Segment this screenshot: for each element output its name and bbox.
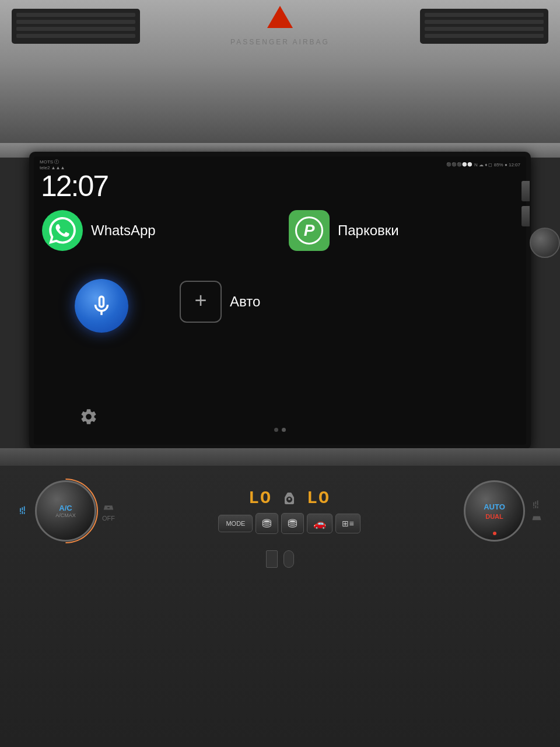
page-indicator [274,428,286,432]
airbag-label: PASSENGER AIRBAG [230,38,330,46]
clock-display: 12:07 [41,169,108,203]
fan-icon [282,491,296,505]
settings-button[interactable] [79,407,98,428]
side-button-top[interactable] [522,181,530,201]
voice-assistant-button[interactable] [75,279,128,333]
whatsapp-app-item[interactable]: WhatsApp [42,210,271,251]
parking-label: Парковки [338,222,399,239]
status-left-top: MOTS ⓕ [40,159,65,165]
ac-knob[interactable]: A/C A/CMAX [35,480,96,542]
temp-left-display: LO [249,488,272,508]
defrost-auto-button[interactable]: 🚗 [307,514,332,533]
usb-port[interactable] [266,550,278,568]
right-volume-knob[interactable] [530,228,560,258]
dual-label: DUAL [485,513,503,520]
parking-icon[interactable]: P [289,210,330,251]
seat-heat-right-icon [531,499,542,511]
parking-app-item[interactable]: P Парковки [289,210,518,251]
status-right: N ☁ ♦ ◻ 85% ● 12:07 [474,162,520,167]
auto-dual-knob[interactable]: AUTO DUAL [464,480,525,542]
off-label: OFF [102,515,115,522]
fan-lo-button[interactable]: ⛃ [256,513,278,534]
whatsapp-svg [49,217,76,244]
hvac-panel: A/C A/CMAX OFF LO [0,466,560,747]
add-auto-label: Авто [230,294,260,310]
plus-icon: + [194,290,206,311]
seat-heat-left-icon [18,505,29,516]
windshield-icon [102,501,115,514]
whatsapp-label: WhatsApp [91,222,156,239]
auto-label: AUTO [484,502,505,511]
microphone-icon [89,294,114,318]
side-button-mid[interactable] [522,206,530,226]
screen-bezel: MOTS ⓕ tele2 ▲▲▲ ⚫⚫⚫⚪⚪ N ☁ ♦ ◻ 85% ● 12:… [29,152,531,449]
whatsapp-icon[interactable] [42,210,83,251]
fan-hi-button[interactable]: ⛃ [281,513,304,534]
rear-defrost-button[interactable]: ⊞≡ [335,514,360,533]
windshield-right-icon [531,512,542,523]
car-screen: MOTS ⓕ tele2 ▲▲▲ ⚫⚫⚫⚪⚪ N ☁ ♦ ◻ 85% ● 12:… [34,156,526,445]
aux-port[interactable] [284,550,294,568]
temp-right-display: LO [307,488,330,508]
gear-icon [79,407,98,426]
mode-button[interactable]: MODE [218,515,253,532]
add-icon-box[interactable]: + [180,281,222,323]
add-auto-button[interactable]: + Авто [180,281,260,323]
